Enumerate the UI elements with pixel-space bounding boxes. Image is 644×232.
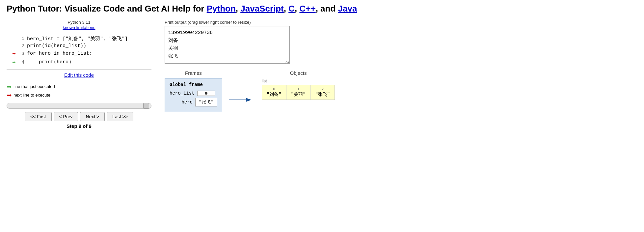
frames-section: Frames Global frame hero_list hero "张飞" bbox=[165, 70, 222, 112]
list-cell-1: 1 "关羽" bbox=[286, 85, 311, 100]
list-type-label: list bbox=[262, 78, 335, 83]
right-panel: Print output (drag lower right corner to… bbox=[165, 20, 637, 112]
pointer-arrow-svg bbox=[229, 97, 255, 103]
version-label: Python 3.11 bbox=[7, 20, 151, 25]
output-line-3: 关羽 bbox=[168, 46, 178, 51]
line-num-1: 1 bbox=[17, 36, 24, 41]
objects-label: Objects bbox=[262, 70, 335, 76]
code-line-1: 1 hero_list = ["刘备", "关羽", "张飞"] bbox=[7, 35, 151, 43]
edit-this-code-link[interactable]: Edit this code bbox=[64, 72, 94, 78]
code-area: 1 hero_list = ["刘备", "关羽", "张飞"] 2 print… bbox=[7, 32, 151, 70]
title-prefix: Python Tutor: Visualize Code and Get AI … bbox=[7, 4, 207, 14]
line-num-2: 2 bbox=[17, 43, 24, 48]
prev-button[interactable]: < Prev bbox=[54, 112, 78, 121]
list-cell-0: 0 "刘备" bbox=[262, 85, 286, 100]
var-name-herolist: hero_list bbox=[170, 91, 195, 96]
arrow-1 bbox=[7, 36, 16, 42]
frames-label: Frames bbox=[165, 70, 222, 76]
code-line-3: ➡ 3 for hero in hero_list: bbox=[7, 49, 151, 58]
arrow-3-red: ➡ bbox=[7, 50, 16, 57]
line-num-3: 3 bbox=[17, 51, 24, 56]
line-code-3: for hero in hero_list: bbox=[27, 51, 92, 56]
next-button[interactable]: Next > bbox=[80, 112, 105, 121]
link-c[interactable]: C bbox=[288, 4, 295, 14]
line-code-2: print(id(hero_list)) bbox=[27, 43, 86, 49]
arrow-2 bbox=[7, 43, 16, 49]
legend-green: ➡ line that just executed bbox=[7, 83, 151, 90]
legend-red: ➡ next line to execute bbox=[7, 92, 151, 99]
hero-value-cell: "张飞" bbox=[195, 98, 217, 106]
first-button[interactable]: << First bbox=[25, 112, 51, 121]
legend-green-arrow: ➡ bbox=[7, 83, 12, 90]
output-line-2: 刘备 bbox=[168, 38, 178, 44]
global-frame: Global frame hero_list hero "张飞" bbox=[165, 78, 222, 112]
code-line-4: ➡ 4 print(hero) bbox=[7, 58, 151, 67]
list-index-1: 1 bbox=[291, 87, 306, 91]
link-javascript[interactable]: JavaScript bbox=[240, 4, 284, 14]
print-output-box: 139919904220736 刘备 关羽 张飞 ⬘ bbox=[165, 26, 290, 64]
link-python[interactable]: Python bbox=[207, 4, 236, 14]
list-cell-2: 2 "张飞" bbox=[310, 85, 335, 100]
slider-track[interactable] bbox=[7, 103, 151, 109]
slider-thumb[interactable] bbox=[143, 103, 149, 109]
arrow-4-green: ➡ bbox=[7, 59, 16, 66]
list-val-0: "刘备" bbox=[267, 92, 282, 98]
list-val-2: "张飞" bbox=[315, 92, 330, 98]
print-output-label: Print output (drag lower right corner to… bbox=[165, 20, 637, 25]
line-code-4: print(hero) bbox=[27, 59, 71, 65]
link-java[interactable]: Java bbox=[338, 4, 357, 14]
frame-row-herolist: hero_list bbox=[170, 91, 217, 96]
frame-row-hero: hero "张飞" bbox=[170, 98, 217, 106]
page-title: Python Tutor: Visualize Code and Get AI … bbox=[7, 3, 637, 14]
code-line-2: 2 print(id(hero_list)) bbox=[7, 43, 151, 49]
last-button[interactable]: Last >> bbox=[107, 112, 133, 121]
global-frame-title: Global frame bbox=[170, 82, 217, 87]
edit-link-container: Edit this code bbox=[7, 72, 151, 78]
link-cpp[interactable]: C++ bbox=[299, 4, 315, 14]
list-val-1: "关羽" bbox=[291, 92, 306, 98]
list-object: 0 "刘备" 1 "关羽" 2 "张飞" bbox=[262, 85, 335, 100]
nav-buttons: << First < Prev Next > Last >> bbox=[7, 112, 151, 121]
legend: ➡ line that just executed ➡ next line to… bbox=[7, 83, 151, 99]
left-panel: Python 3.11 known limitations 1 hero_lis… bbox=[7, 20, 151, 129]
line-num-4: 4 bbox=[17, 60, 24, 65]
code-label: Python 3.11 known limitations bbox=[7, 20, 151, 30]
output-line-1: 139919904220736 bbox=[168, 30, 213, 36]
line-code-1: hero_list = ["刘备", "关羽", "张飞"] bbox=[27, 36, 128, 42]
slider-container[interactable] bbox=[7, 103, 151, 109]
legend-red-text: next line to execute bbox=[13, 93, 50, 98]
limitations-link[interactable]: known limitations bbox=[63, 25, 95, 30]
var-name-hero: hero bbox=[170, 100, 193, 105]
list-index-2: 2 bbox=[315, 87, 330, 91]
objects-section: Objects list 0 "刘备" 1 "关羽" 2 "张飞" bbox=[262, 70, 335, 100]
step-label: Step 9 of 9 bbox=[7, 123, 151, 129]
legend-red-arrow: ➡ bbox=[7, 92, 12, 99]
arrow-connector bbox=[229, 70, 255, 103]
resize-handle[interactable]: ⬘ bbox=[285, 59, 289, 63]
output-line-4: 张飞 bbox=[168, 54, 178, 59]
legend-green-text: line that just executed bbox=[13, 84, 55, 89]
list-index-0: 0 bbox=[267, 87, 282, 91]
herolist-dot bbox=[205, 92, 207, 95]
herolist-pointer-cell bbox=[197, 91, 215, 96]
main-layout: Python 3.11 known limitations 1 hero_lis… bbox=[7, 20, 637, 129]
